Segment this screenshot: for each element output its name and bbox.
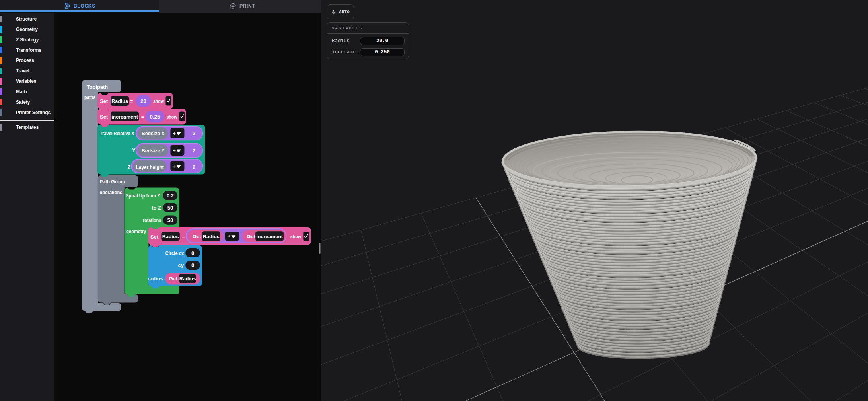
svg-text:increament: increament [256,234,283,239]
svg-text:2: 2 [193,164,195,170]
svg-text:radius: radius [148,276,163,282]
svg-text:Radius: Radius [111,99,128,104]
svg-text:Bedsize X: Bedsize X [142,130,165,136]
svg-text:Bedsize Y: Bedsize Y [142,148,165,154]
svg-text:Layer height: Layer height [136,164,164,170]
svg-text:0.25: 0.25 [150,114,160,120]
svg-text:Get: Get [193,234,201,239]
svg-text:0.2: 0.2 [167,193,174,199]
svg-text:=: = [182,234,185,239]
svg-text:geometry: geometry [126,228,146,234]
svg-text:Set: Set [100,114,108,120]
svg-text:Get: Get [247,234,255,239]
svg-text:Get: Get [169,276,178,282]
svg-text:=: = [141,114,144,120]
svg-text:+: + [228,234,230,239]
svg-text:Radius: Radius [179,276,196,282]
svg-text:Z: Z [127,164,130,170]
svg-text:÷: ÷ [173,164,176,169]
svg-text:cy: cy [178,262,184,268]
svg-text:2: 2 [193,130,195,136]
svg-text:0: 0 [191,262,194,268]
svg-text:Radius: Radius [203,234,220,239]
svg-text:2: 2 [193,148,195,154]
svg-text:Y: Y [132,147,136,153]
svg-text:paths: paths [84,94,95,100]
svg-text:Radius: Radius [162,234,179,239]
svg-text:÷: ÷ [173,131,176,136]
svg-text:÷: ÷ [173,148,176,154]
svg-text:50: 50 [167,205,173,211]
svg-text:Spiral Up from Z: Spiral Up from Z [126,193,160,199]
svg-text:rotations: rotations [143,217,161,223]
svg-text:Set: Set [150,234,159,240]
svg-text:Set: Set [100,98,108,104]
svg-text:operations: operations [100,189,123,195]
svg-text:=: = [130,98,133,104]
svg-text:show: show [290,234,302,239]
svg-text:show: show [167,114,178,120]
svg-text:increament: increament [111,114,138,120]
svg-text:50: 50 [167,217,173,223]
svg-text:Toolpath: Toolpath [87,84,108,90]
svg-text:Circle cx: Circle cx [165,250,184,256]
svg-text:show: show [153,98,164,104]
svg-text:to Z: to Z [152,205,161,211]
svg-text:0: 0 [191,250,194,256]
svg-text:Path Group: Path Group [100,179,125,185]
svg-text:20: 20 [140,98,146,104]
svg-text:Travel Relative X: Travel Relative X [100,130,134,136]
